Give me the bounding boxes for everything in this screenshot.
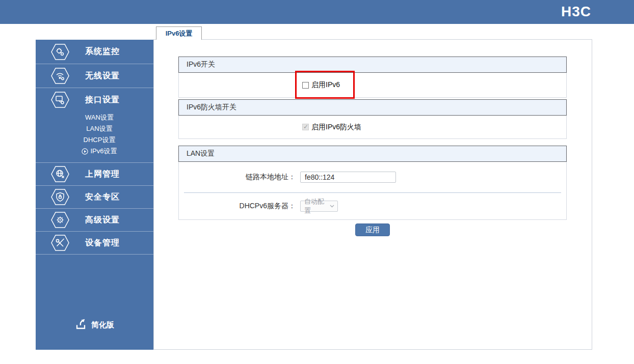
gear-icon bbox=[51, 212, 69, 228]
section-ipv6-switch: IPv6开关 启用IPv6 bbox=[178, 57, 567, 98]
tools-icon bbox=[51, 235, 69, 251]
top-header-bar: H3C bbox=[0, 0, 634, 24]
export-arrow-icon bbox=[75, 319, 88, 331]
sidebar-subitem-ipv6[interactable]: IPv6设置 bbox=[45, 146, 153, 157]
sidebar-footer-area: 简化版 bbox=[36, 254, 153, 350]
tab-ipv6-settings[interactable]: IPv6设置 bbox=[156, 26, 202, 40]
section-ipv6-firewall: IPv6防火墙开关 启用IPv6防火墙 bbox=[178, 99, 567, 139]
sidebar-item-interface-settings[interactable]: 接口设置 bbox=[36, 88, 153, 111]
sidebar-nav: 系统监控 无线设置 接口设置 bbox=[36, 40, 153, 350]
sidebar-subitem-wan[interactable]: WAN设置 bbox=[45, 112, 153, 123]
sidebar-subitem-dhcp[interactable]: DHCP设置 bbox=[45, 134, 153, 146]
enable-ipv6-checkbox[interactable] bbox=[302, 82, 309, 89]
enable-ipv6-label: 启用IPv6 bbox=[311, 80, 340, 90]
sidebar-item-system-monitor[interactable]: 系统监控 bbox=[36, 40, 153, 64]
sidebar-item-internet-manage[interactable]: 上网管理 bbox=[36, 162, 153, 185]
simplified-version-link[interactable]: 简化版 bbox=[75, 319, 114, 331]
sidebar-item-wireless-settings[interactable]: 无线设置 bbox=[36, 64, 153, 88]
system-monitor-icon bbox=[51, 44, 69, 60]
sidebar-subitem-ipv6-label: IPv6设置 bbox=[90, 147, 117, 156]
sidebar-item-security-zone[interactable]: 安全专区 bbox=[36, 185, 153, 208]
sidebar-item-device-manage[interactable]: 设备管理 bbox=[36, 231, 153, 254]
enable-ipv6-firewall-label: 启用IPv6防火墙 bbox=[311, 123, 361, 132]
shield-lock-icon bbox=[51, 189, 69, 205]
section-ipv6-switch-title: IPv6开关 bbox=[178, 57, 567, 73]
main-content-panel: IPv6开关 启用IPv6 IPv6防火墙开关 启用IPv6防火墙 bbox=[153, 39, 592, 350]
wireless-icon bbox=[51, 68, 69, 84]
dhcpv6-server-label: DHCPv6服务器： bbox=[179, 202, 296, 211]
dhcpv6-server-selected-value: 自动配置 bbox=[304, 197, 330, 215]
section-lan-settings: LAN设置 链路本地地址： DHCPv6服务器： 自动配置 bbox=[178, 146, 567, 220]
enable-ipv6-firewall-checkbox[interactable] bbox=[302, 124, 309, 130]
interface-icon bbox=[51, 92, 69, 108]
section-lan-settings-title: LAN设置 bbox=[178, 146, 567, 162]
link-local-address-label: 链路本地地址： bbox=[179, 173, 296, 182]
link-local-address-input[interactable] bbox=[300, 172, 396, 183]
dhcpv6-server-select[interactable]: 自动配置 bbox=[300, 201, 338, 212]
chevron-down-icon bbox=[330, 205, 334, 208]
interface-submenu: WAN设置 LAN设置 DHCP设置 IPv6设置 bbox=[36, 111, 153, 162]
router-admin-page: H3C IPv6设置 系统监控 bbox=[0, 0, 634, 364]
h3c-logo: H3C bbox=[561, 4, 591, 20]
globe-block-icon bbox=[51, 166, 69, 182]
apply-button[interactable]: 应用 bbox=[355, 223, 390, 236]
sidebar-subitem-lan[interactable]: LAN设置 bbox=[45, 123, 153, 134]
sidebar-item-advanced-settings[interactable]: 高级设置 bbox=[36, 208, 153, 231]
play-icon bbox=[82, 148, 88, 155]
section-ipv6-firewall-title: IPv6防火墙开关 bbox=[178, 99, 567, 116]
